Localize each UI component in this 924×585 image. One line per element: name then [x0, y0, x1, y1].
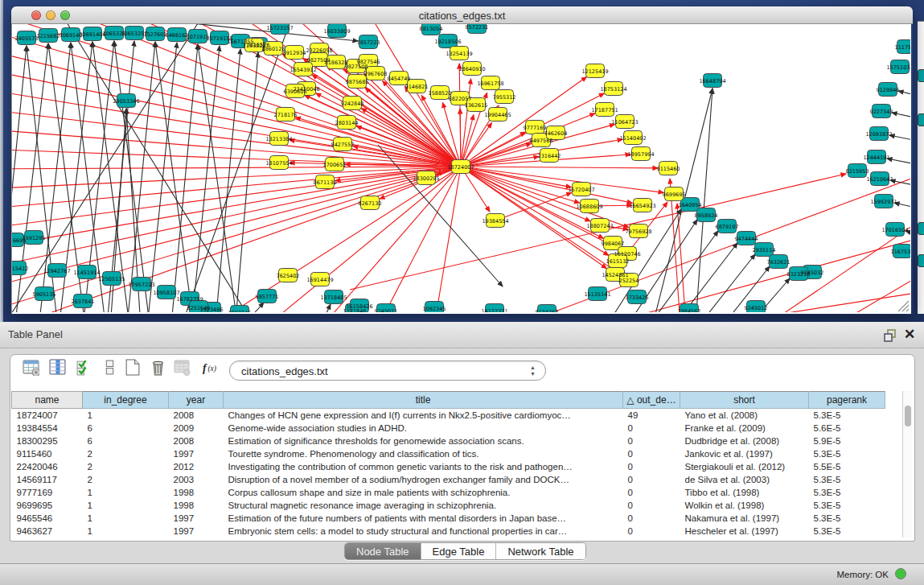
table-cell[interactable]: Disruption of a novel member of a sodium… [224, 473, 623, 486]
table-cell[interactable]: 5.5E-5 [809, 460, 885, 473]
delete-table-icon[interactable] [150, 359, 169, 380]
network-view-window[interactable]: citations_edges.txt 24055731215682306914… [11, 6, 913, 314]
table-cell[interactable]: Genome-wide association studies in ADHD. [224, 422, 623, 435]
column-header-short[interactable]: short [680, 392, 809, 409]
table-cell[interactable]: 9777169 [12, 486, 83, 499]
column-header-name[interactable]: name [12, 392, 83, 409]
table-cell[interactable]: 1 [83, 512, 169, 525]
close-panel-icon[interactable]: ✕ [904, 326, 915, 343]
table-cell[interactable]: Stergiakouli et al. (2012) [680, 460, 809, 473]
table-cell[interactable]: 18300295 [12, 435, 83, 447]
table-cell[interactable]: 0 [623, 512, 680, 525]
table-cell[interactable]: 19384554 [12, 422, 83, 435]
table-cell[interactable]: 6 [83, 435, 169, 447]
tab-edge-table[interactable]: Edge Table [421, 543, 497, 559]
table-cell[interactable]: 2 [83, 473, 169, 486]
table-row[interactable]: 1938455462009Genome-wide association stu… [12, 422, 885, 435]
table-cell[interactable]: 0 [623, 499, 680, 512]
column-header-pagerank[interactable]: pagerank [809, 392, 885, 409]
table-cell[interactable]: Wolkin et al. (1998) [680, 499, 809, 512]
citation-network-graph[interactable]: 2405573121568230691403069140610653251065… [12, 24, 910, 312]
table-row[interactable]: 1456911722003Disruption of a novel membe… [12, 473, 885, 486]
table-cell[interactable]: 5.3E-5 [809, 486, 885, 499]
network-canvas[interactable]: 2405573121568230691403069140610653251065… [11, 24, 911, 314]
memory-ok-indicator[interactable] [895, 568, 906, 579]
unselect-all-icon[interactable] [101, 359, 121, 380]
tab-network-table[interactable]: Network Table [496, 543, 585, 559]
column-header-in_degree[interactable]: in_degree [83, 392, 169, 409]
table-cell[interactable]: 1 [83, 409, 169, 422]
table-cell[interactable]: 0 [623, 473, 680, 486]
table-cell[interactable]: 2 [83, 447, 169, 460]
table-cell[interactable]: 49 [623, 409, 680, 422]
table-cell[interactable]: 5.3E-5 [809, 525, 885, 538]
table-cell[interactable]: 9115460 [12, 447, 83, 460]
table-cell[interactable]: 6 [83, 422, 169, 435]
table-cell[interactable]: Changes of HCN gene expression and I(f) … [224, 409, 623, 422]
table-panel-header[interactable]: Table Panel ✕ [0, 322, 924, 348]
table-cell[interactable]: Jankovic et al. (1997) [680, 447, 809, 460]
table-row[interactable]: 1830029562008Estimation of significance … [12, 435, 885, 447]
column-header-year[interactable]: year [169, 392, 224, 409]
table-cell[interactable]: 1997 [169, 512, 224, 525]
table-cell[interactable]: 1 [83, 486, 169, 499]
table-cell[interactable]: 2008 [169, 435, 224, 447]
table-cell[interactable]: 2008 [169, 409, 224, 422]
table-cell[interactable]: 0 [623, 525, 680, 538]
table-cell[interactable]: 0 [623, 422, 680, 435]
table-row[interactable]: 946362711997Embryonic stem cells: a mode… [12, 525, 885, 538]
table-cell[interactable]: Corpus callosum shape and size in male p… [224, 486, 623, 499]
float-panel-icon[interactable] [883, 328, 897, 343]
table-row[interactable]: 2242004622012Investigating the contribut… [12, 460, 885, 473]
table-cell[interactable]: 0 [623, 486, 680, 499]
table-cell[interactable]: 9699695 [12, 499, 83, 512]
table-cell[interactable]: 5.6E-5 [809, 422, 885, 435]
select-all-icon[interactable] [76, 359, 95, 380]
table-cell[interactable]: 1997 [169, 447, 224, 460]
table-cell[interactable]: 9463627 [12, 525, 83, 538]
table-cell[interactable]: Franke et al. (2009) [680, 422, 809, 435]
table-cell[interactable]: 14569117 [12, 473, 83, 486]
table-cell[interactable]: Tourette syndrome. Phenomenology and cla… [224, 447, 623, 460]
table-cell[interactable]: Structural magnetic resonance image aver… [224, 499, 623, 512]
show-columns-icon[interactable] [49, 359, 68, 380]
table-cell[interactable]: 2009 [169, 422, 224, 435]
table-cell[interactable]: de Silva et al. (2003) [680, 473, 809, 486]
table-cell[interactable]: 2 [83, 460, 169, 473]
table-vertical-scrollbar[interactable] [902, 391, 912, 538]
table-row[interactable]: 977716911998Corpus callosum shape and si… [12, 486, 885, 499]
table-cell[interactable]: 5.3E-5 [809, 409, 885, 422]
table-row[interactable]: 946554611997Estimation of the future num… [12, 512, 885, 525]
table-row[interactable]: 969969511998Structural magnetic resonanc… [12, 499, 885, 512]
table-cell[interactable]: 5.9E-5 [809, 435, 885, 447]
table-row[interactable]: 911546021997Tourette syndrome. Phenomeno… [12, 447, 885, 460]
tab-node-table[interactable]: Node Table [345, 543, 421, 559]
table-cell[interactable]: 2003 [169, 473, 224, 486]
table-cell[interactable]: Embryonic stem cells: a model to study s… [224, 525, 623, 538]
table-settings-icon[interactable] [23, 359, 42, 380]
table-cell[interactable]: Hescheler et al. (1997) [680, 525, 809, 538]
table-cell[interactable]: 0 [623, 447, 680, 460]
column-header-out_de[interactable]: △ out_de… [623, 392, 680, 409]
table-select-dropdown[interactable]: citations_edges.txt ▲▼ [229, 360, 546, 381]
table-cell[interactable]: Estimation of significance thresholds fo… [224, 435, 623, 447]
table-cell[interactable]: Tibbo et al. (1998) [680, 486, 809, 499]
table-cell[interactable]: 0 [623, 435, 680, 447]
table-cell[interactable]: 9465546 [12, 512, 83, 525]
table-cell[interactable]: 1 [83, 525, 169, 538]
table-cell[interactable]: 1997 [169, 525, 224, 538]
table-cell[interactable]: 2012 [169, 460, 224, 473]
table-cell[interactable]: Investigating the contribution of common… [224, 460, 623, 473]
window-resize-grip[interactable] [895, 298, 910, 312]
table-cell[interactable]: 1998 [169, 486, 224, 499]
table-cell[interactable]: 1 [83, 499, 169, 512]
table-cell[interactable]: Estimation of the future numbers of pati… [224, 512, 623, 525]
table-cell[interactable]: 0 [623, 460, 680, 473]
table-cell[interactable]: Nakamura et al. (1997) [680, 512, 809, 525]
table-cell[interactable]: 5.3E-5 [809, 512, 885, 525]
network-window-titlebar[interactable]: citations_edges.txt [11, 6, 913, 24]
table-cell[interactable]: 22420046 [12, 460, 83, 473]
table-cell[interactable]: 5.3E-5 [809, 499, 885, 512]
table-row[interactable]: 1872400712008Changes of HCN gene express… [12, 409, 885, 422]
scrollbar-thumb[interactable] [905, 406, 911, 426]
